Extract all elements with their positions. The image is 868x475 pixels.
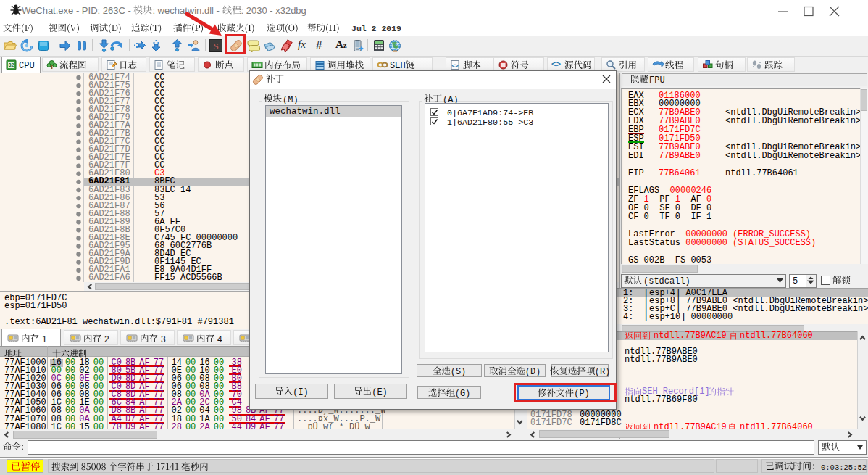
svg-text:<>: <> <box>451 62 459 69</box>
svg-text:S: S <box>213 41 218 51</box>
svg-text:32: 32 <box>9 62 14 67</box>
